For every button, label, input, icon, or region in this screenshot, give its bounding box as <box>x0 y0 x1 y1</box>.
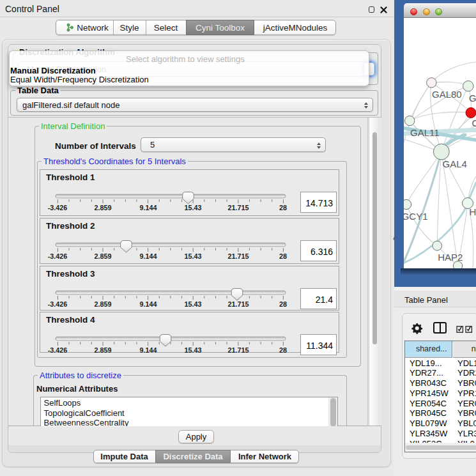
svg-text:GAL4: GAL4 <box>443 158 467 169</box>
svg-text:GAL11: GAL11 <box>410 127 440 138</box>
svg-text:GAL80: GAL80 <box>432 89 462 100</box>
svg-text:H: H <box>470 206 476 217</box>
svg-text:C: C <box>472 118 476 128</box>
svg-text:HAP2: HAP2 <box>438 252 463 263</box>
svg-text:GA: GA <box>469 93 476 104</box>
svg-text:GCY1: GCY1 <box>404 211 428 222</box>
